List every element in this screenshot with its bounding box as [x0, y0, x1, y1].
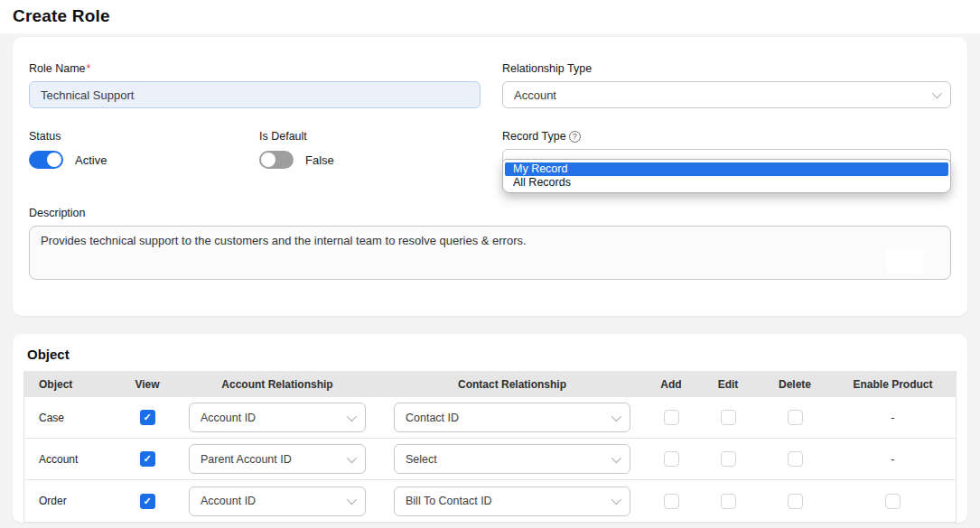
object-section-title: Object	[27, 347, 957, 362]
enable-product-dash: -	[891, 452, 894, 466]
check-icon: ✓	[143, 496, 151, 506]
object-card: Object Object View Account Relationship …	[13, 334, 967, 523]
role-name-label: Role Name*	[29, 62, 481, 75]
delete-checkbox[interactable]: ✓	[788, 451, 803, 467]
record-type-dropdown: My Record All Records	[502, 159, 951, 193]
redaction-patch	[886, 249, 924, 273]
object-name: Case	[24, 412, 118, 424]
page-title: Create Role	[13, 6, 967, 26]
toggle-knob	[47, 153, 61, 167]
header-view: View	[118, 378, 176, 391]
chevron-down-icon	[611, 495, 621, 505]
delete-checkbox[interactable]: ✓	[788, 410, 803, 425]
object-table: Object View Account Relationship Contact…	[23, 371, 957, 523]
table-row: Account ✓ Parent Account ID Select ✓ ✓ ✓…	[24, 439, 956, 480]
check-icon: ✓	[143, 454, 151, 464]
dropdown-option-all-records[interactable]: All Records	[505, 176, 948, 190]
chevron-down-icon	[347, 411, 357, 421]
table-header-row: Object View Account Relationship Contact…	[24, 371, 956, 397]
check-icon: ✓	[143, 412, 151, 422]
table-row: Order ✓ Account ID Bill To Contact ID ✓ …	[24, 480, 956, 522]
relationship-type-value: Account	[514, 88, 556, 102]
edit-checkbox[interactable]: ✓	[721, 451, 736, 467]
header-enable-product: Enable Product	[830, 378, 956, 391]
chevron-down-icon	[611, 452, 621, 462]
required-asterisk: *	[87, 62, 91, 75]
role-name-field-group: Role Name*	[29, 62, 481, 108]
header-delete: Delete	[760, 378, 830, 391]
header-edit: Edit	[696, 378, 760, 391]
chevron-down-icon	[932, 88, 942, 98]
view-checkbox[interactable]: ✓	[140, 451, 155, 467]
status-toggle[interactable]	[29, 151, 63, 169]
is-default-state-label: False	[305, 153, 334, 167]
chevron-down-icon	[611, 411, 621, 421]
description-textarea[interactable]: Provides technical support to the custom…	[29, 226, 951, 280]
relationship-type-field-group: Relationship Type Account	[502, 62, 951, 108]
edit-checkbox[interactable]: ✓	[721, 410, 736, 425]
is-default-field-group: Is Default False	[259, 130, 334, 176]
header-object: Object	[24, 378, 118, 391]
account-relationship-select[interactable]: Account ID	[189, 486, 366, 516]
add-checkbox[interactable]: ✓	[664, 451, 679, 467]
status-field-group: Status Active	[29, 130, 259, 176]
is-default-label: Is Default	[259, 130, 334, 143]
view-checkbox[interactable]: ✓	[140, 410, 155, 425]
object-name: Account	[24, 453, 118, 466]
header-contact-relationship: Contact Relationship	[378, 378, 646, 391]
account-relationship-select[interactable]: Account ID	[189, 403, 366, 432]
toggle-knob	[261, 153, 275, 167]
relationship-type-select[interactable]: Account	[502, 81, 951, 108]
relationship-type-label: Relationship Type	[502, 62, 951, 75]
enable-product-checkbox[interactable]: ✓	[885, 494, 901, 509]
delete-checkbox[interactable]: ✓	[788, 494, 803, 509]
record-type-field-group: Record Type ? My Record My Record All Re…	[502, 130, 951, 176]
object-name: Order	[24, 495, 118, 507]
description-label: Description	[29, 207, 951, 219]
toggle-row: Status Active Is Default False	[29, 130, 481, 176]
table-row: Case ✓ Account ID Contact ID ✓ ✓ ✓ -	[24, 397, 956, 439]
enable-product-dash: -	[891, 411, 894, 424]
header-add: Add	[646, 378, 696, 391]
description-field-group: Description Provides technical support t…	[29, 207, 951, 283]
status-state-label: Active	[75, 153, 107, 167]
top-bar: Create Role	[0, 0, 980, 33]
chevron-down-icon	[347, 452, 357, 462]
contact-relationship-select[interactable]: Contact ID	[394, 403, 630, 432]
view-checkbox[interactable]: ✓	[140, 494, 155, 509]
header-account-relationship: Account Relationship	[176, 378, 378, 391]
edit-checkbox[interactable]: ✓	[721, 494, 736, 509]
record-type-label: Record Type ?	[502, 130, 951, 143]
account-relationship-select[interactable]: Parent Account ID	[189, 444, 366, 474]
add-checkbox[interactable]: ✓	[664, 410, 679, 425]
status-label: Status	[29, 130, 259, 143]
is-default-toggle[interactable]	[259, 151, 294, 169]
chevron-down-icon	[347, 495, 357, 505]
role-form-card: Role Name* Relationship Type Account Sta…	[13, 37, 967, 316]
role-name-input[interactable]	[29, 81, 481, 108]
page-content: Role Name* Relationship Type Account Sta…	[0, 33, 980, 523]
dropdown-option-my-record[interactable]: My Record	[505, 162, 948, 176]
contact-relationship-select[interactable]: Select	[394, 444, 630, 474]
help-icon[interactable]: ?	[569, 131, 581, 143]
add-checkbox[interactable]: ✓	[664, 494, 679, 509]
contact-relationship-select[interactable]: Bill To Contact ID	[394, 486, 630, 516]
